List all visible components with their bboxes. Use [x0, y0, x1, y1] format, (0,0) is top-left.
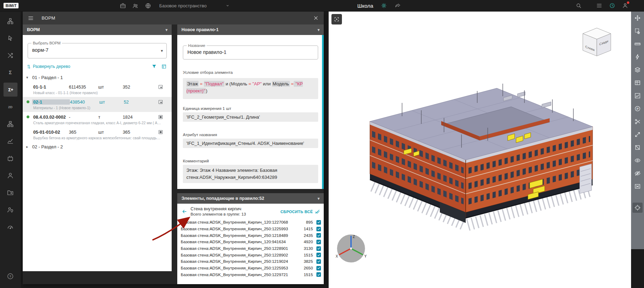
expand-tree-icon[interactable] — [26, 64, 31, 69]
condition-editor[interactable]: Этаж = "Подвал" и (Модель = "АР" или Мод… — [183, 78, 318, 99]
sum-icon[interactable]: Σ — [3, 65, 17, 79]
element-checkbox[interactable] — [316, 266, 321, 271]
element-checkbox[interactable] — [316, 272, 321, 277]
layers-icon[interactable] — [632, 65, 643, 75]
element-row[interactable]: Базовая стена:ADSK_Внутренняя_Кирпич_250… — [181, 252, 321, 258]
2d-view-icon[interactable]: 2D — [3, 100, 17, 114]
comment-label: Комментарий — [183, 159, 318, 163]
attribute-value-field[interactable]: 'IFC_1_Идентификация_Стены/4. ADSK_Наиме… — [183, 139, 318, 148]
element-checkbox[interactable] — [316, 227, 321, 231]
flat-view-icon[interactable] — [161, 64, 167, 69]
left-toolbar-items: ΣΣ2D — [3, 14, 17, 234]
window-menu-icon[interactable] — [28, 15, 34, 21]
workspace-select[interactable]: Базовое пространство — [159, 3, 230, 8]
focus-model-button[interactable] — [331, 14, 342, 24]
search-icon[interactable] — [575, 2, 582, 9]
show-elements-icon[interactable] — [158, 84, 163, 90]
axis-gizmo[interactable]: Z X Y — [334, 231, 368, 266]
share-icon[interactable] — [394, 2, 401, 9]
select-tool-icon[interactable] — [3, 31, 17, 45]
element-checkbox[interactable] — [316, 246, 321, 251]
plugins-icon[interactable] — [3, 151, 17, 165]
collapse-caret-icon[interactable]: ▾ — [165, 28, 167, 32]
chevron-down-icon: ▾ — [161, 48, 163, 53]
settings-gear-icon[interactable] — [380, 2, 387, 9]
element-checkbox[interactable] — [316, 240, 321, 244]
rule-name-field[interactable]: Название Новое правило-1 — [183, 45, 318, 59]
condition-label: Условие отбора элемента — [183, 70, 318, 75]
table-icon[interactable] — [632, 78, 643, 88]
tree-row[interactable]: 01-1-16114535шт352Новый класс - 01-1-1 (… — [23, 82, 172, 97]
tree-row[interactable]: 08.4.03.02-0002-т1824Сталь арматурная го… — [23, 112, 172, 127]
section-icon[interactable] — [632, 117, 643, 127]
element-checkbox[interactable] — [316, 259, 321, 264]
dimensions-icon[interactable] — [632, 129, 643, 140]
element-checkbox[interactable] — [316, 253, 321, 257]
expand-tree-link[interactable]: Развернуть дерево — [33, 64, 70, 69]
help-icon[interactable]: ? — [3, 269, 17, 283]
properties-icon[interactable]: P — [632, 104, 643, 114]
scrollbar[interactable] — [322, 35, 324, 189]
team-icon[interactable] — [132, 2, 139, 9]
dashboard-icon[interactable] — [3, 220, 17, 234]
clip-plane-icon[interactable] — [632, 142, 643, 153]
element-row[interactable]: Базовая стена:ADSK_Внутренняя_Кирпич_250… — [181, 258, 321, 265]
shared-folder-icon[interactable] — [3, 185, 17, 199]
contacts-icon[interactable] — [3, 203, 17, 217]
view-cube[interactable]: Слева Сзади — [581, 26, 613, 59]
collapse-caret-icon[interactable]: ▾ — [317, 28, 320, 32]
element-row[interactable]: Базовая стена:ADSK_Внутренняя_Кирпич_250… — [181, 265, 321, 272]
tree-caret-icon: ▸ — [26, 145, 30, 149]
select-area-icon[interactable] — [632, 26, 643, 36]
rule-panel-header[interactable]: Новое правило-1 ▾ — [177, 24, 324, 35]
classifier-icon[interactable] — [3, 117, 17, 131]
element-row[interactable]: Базовая стена:ADSK_Внутренняя_Кирпич_250… — [181, 272, 321, 278]
unit-label: Единица измерения 1 шт — [183, 106, 318, 111]
workspace-select-value: Базовое пространство — [159, 3, 207, 8]
chart-icon[interactable] — [632, 91, 643, 101]
comment-field[interactable]: Этаж: Этаж 4 Название элемента: Базовая … — [183, 165, 318, 183]
model-structure-icon[interactable] — [3, 14, 17, 28]
elements-panel-header[interactable]: Элементы, попадающие в правило:52 ▾ — [177, 193, 324, 204]
clash-icon[interactable] — [632, 52, 643, 62]
show-elements-icon[interactable] — [158, 114, 163, 120]
links-icon[interactable] — [3, 48, 17, 62]
element-row[interactable]: Базовая стена:ADSK_Внутренняя_Кирпич_250… — [181, 232, 321, 239]
section-box-icon[interactable] — [632, 203, 643, 213]
tree-group[interactable]: ▸02 - Раздел - 2 — [23, 142, 172, 151]
portfolio-icon[interactable] — [119, 2, 126, 9]
worm-panel: ВОРМ ▾ Выбрать ВОРМ ворм-7 ▾ Развернуть … — [23, 24, 172, 284]
tree-group[interactable]: ▾01 - Раздел - 1 — [23, 73, 172, 82]
globe-icon[interactable] — [144, 2, 151, 9]
show-elements-icon[interactable] — [158, 129, 163, 135]
element-row[interactable]: Базовая стена:ADSK_Внутренняя_Кирпич_250… — [181, 245, 321, 252]
tree-row[interactable]: 05-01-010-02365шт365Вырубка бетона из ар… — [23, 127, 172, 142]
model-viewport[interactable]: Слева Сзади Z X Y — [329, 11, 631, 288]
back-arrow-icon[interactable] — [181, 209, 187, 215]
visibility-icon[interactable] — [632, 155, 643, 166]
worm-calculation-icon[interactable]: Σ — [3, 83, 17, 97]
worm-select[interactable]: Выбрать ВОРМ ворм-7 ▾ — [28, 43, 167, 58]
close-icon[interactable] — [313, 15, 319, 21]
profile-icon[interactable] — [622, 2, 629, 9]
hide-element-icon[interactable] — [632, 168, 643, 178]
charts-icon[interactable] — [3, 134, 17, 148]
worm-panel-header[interactable]: ВОРМ ▾ — [23, 24, 172, 35]
element-checkbox[interactable] — [316, 233, 321, 238]
reset-all-button[interactable]: СБРОСИТЬ ВСЁ — [280, 209, 320, 215]
tree-row[interactable]: 02-1438540шт52Материалы - 1 (Новое прави… — [23, 97, 172, 112]
collapse-caret-icon[interactable]: ▾ — [317, 196, 320, 201]
filter-icon[interactable] — [151, 64, 157, 69]
unit-value-field[interactable]: 'IFC_2_Геометрия_Стены/1. Длина' — [183, 112, 318, 122]
show-elements-icon[interactable] — [158, 99, 163, 105]
element-row[interactable]: Базовая стена:ADSK_Внутренняя_Кирпич_120… — [181, 239, 321, 245]
element-row[interactable]: Базовая стена:ADSK_Внутренняя_Кирпич_250… — [181, 226, 321, 232]
menu-list-icon[interactable] — [596, 2, 603, 9]
pan-icon[interactable] — [632, 13, 643, 23]
element-row[interactable]: Базовая стена:ADSK_Внутренняя_Кирпич_120… — [181, 219, 321, 226]
history-clock-icon[interactable] — [609, 2, 616, 9]
ruler-icon[interactable] — [632, 39, 643, 49]
users-icon[interactable] — [3, 168, 17, 182]
element-checkbox[interactable] — [316, 220, 321, 225]
no-image-icon[interactable] — [632, 181, 643, 191]
